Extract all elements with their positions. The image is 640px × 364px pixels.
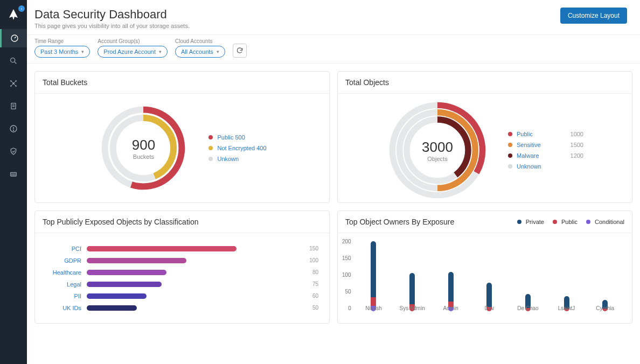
stack-segment[interactable]: [448, 272, 454, 302]
legend-item[interactable]: Public 1000: [508, 131, 583, 137]
card-title: Total Buckets: [35, 72, 329, 94]
stack-segment[interactable]: [409, 273, 415, 305]
account-groups-dropdown[interactable]: Prod Azure Account ▾: [98, 46, 168, 58]
legend-item[interactable]: Public: [553, 219, 578, 225]
legend-item[interactable]: Unkown: [208, 156, 266, 162]
barlist-label[interactable]: Healthcare: [43, 269, 81, 276]
legend-value: 1200: [564, 152, 583, 159]
filter-label: Account Group(s): [98, 38, 168, 44]
owner-label: Dev: [484, 305, 494, 311]
legend-label: Public 500: [217, 134, 245, 141]
barlist-bar[interactable]: [87, 282, 162, 287]
buckets-donut-chart: 900 Buckets: [98, 102, 189, 194]
objects-legend: Public 1000 Sensitive 1500 Malware 1200 …: [508, 131, 583, 170]
nav-policies[interactable]: [0, 97, 27, 115]
barlist-track: [87, 282, 295, 287]
barlist-label[interactable]: PII: [43, 293, 81, 299]
sidebar: ›: [0, 0, 27, 364]
nav-alerts[interactable]: [0, 120, 27, 138]
refresh-button[interactable]: [233, 44, 247, 58]
barlist-track: [87, 258, 295, 263]
barlist-label[interactable]: PCI: [43, 246, 81, 252]
classification-barlist: PCI 150 GDPR 100 Healthcare 80 Legal 75 …: [43, 246, 322, 311]
cloud-accounts-dropdown[interactable]: All Accounts ▾: [175, 46, 225, 58]
legend-item[interactable]: Public 500: [208, 134, 266, 141]
legend-item[interactable]: Conditional: [586, 219, 624, 225]
owner-column: Dev: [470, 237, 509, 311]
buckets-label: Buckets: [132, 153, 155, 160]
refresh-icon: [236, 47, 244, 54]
legend-item[interactable]: Private: [517, 219, 544, 225]
svg-line-9: [13, 81, 16, 83]
barlist-bar[interactable]: [87, 270, 166, 275]
nav-network[interactable]: [0, 74, 27, 93]
card-owners: Top Object Owners By Exposure PrivatePub…: [337, 211, 632, 324]
customize-layout-button[interactable]: Customize Layout: [560, 8, 627, 24]
app-logo: ›: [5, 6, 22, 23]
svg-point-1: [11, 58, 15, 62]
logo-badge-icon: ›: [18, 5, 25, 12]
filters-bar: Time Range Past 3 Months ▾ Account Group…: [27, 34, 640, 64]
stack-segment[interactable]: [486, 283, 492, 307]
time-range-dropdown[interactable]: Past 3 Months ▾: [34, 46, 90, 58]
legend-label: Public: [517, 131, 533, 137]
filter-value: All Accounts: [181, 48, 213, 55]
legend-dot-icon: [208, 157, 213, 161]
owners-yaxis: 200150100500: [342, 237, 354, 321]
owner-column: Nikesh: [354, 237, 393, 311]
page-subtitle: This page gives you visibility into all …: [34, 23, 190, 29]
barlist-bar[interactable]: [87, 305, 137, 311]
barlist-row: GDPR 100: [43, 257, 318, 264]
barlist-bar[interactable]: [87, 293, 147, 299]
legend-dot-icon: [508, 164, 512, 169]
svg-line-10: [11, 83, 13, 86]
barlist-value: 75: [300, 281, 318, 287]
barlist-value: 150: [300, 246, 318, 251]
page-title: Data Security Dashboard: [34, 8, 190, 22]
barlist-row: PCI 150: [43, 246, 318, 252]
barlist-label[interactable]: Legal: [43, 281, 81, 288]
card-total-buckets: Total Buckets: [34, 71, 330, 203]
barlist-track: [87, 246, 295, 251]
content-grid: Total Buckets: [27, 64, 640, 364]
alert-icon: [9, 124, 18, 133]
filter-label: Cloud Accounts: [175, 38, 225, 44]
nav-search[interactable]: [0, 52, 27, 70]
legend-item[interactable]: Unknown: [508, 163, 583, 170]
card-classification: Top Publicly Exposed Objects by Classifi…: [34, 211, 330, 324]
svg-point-17: [13, 130, 13, 130]
objects-label: Objects: [422, 156, 453, 162]
nav-inventory[interactable]: [0, 165, 27, 183]
owner-stack: [371, 241, 376, 311]
barlist-bar[interactable]: [87, 246, 236, 251]
main: Data Security Dashboard This page gives …: [27, 0, 640, 364]
owner-label: Admin: [443, 305, 458, 311]
owner-column: Cynthia: [586, 237, 624, 311]
owner-label: LsaintJ: [558, 305, 575, 311]
card-title: Total Objects: [338, 72, 632, 94]
barlist-label[interactable]: GDPR: [43, 257, 81, 264]
nav-dashboard[interactable]: [0, 29, 27, 47]
gauge-icon: [10, 34, 19, 43]
card-total-objects: Total Objects: [337, 71, 632, 203]
legend-item[interactable]: Not Encrypted 400: [208, 145, 266, 151]
legend-item[interactable]: Malware 1200: [508, 152, 583, 159]
nav-compliance[interactable]: [0, 142, 27, 160]
barlist-label[interactable]: UK IDs: [43, 305, 81, 311]
buckets-count: 900: [132, 137, 155, 153]
legend-dot-icon: [508, 143, 512, 147]
barlist-value: 60: [300, 293, 318, 299]
ytick: 100: [342, 272, 351, 278]
legend-label: Conditional: [595, 219, 624, 225]
card-title: Top Object Owners By Exposure: [345, 218, 454, 226]
legend-value: 1500: [564, 142, 583, 148]
legend-item[interactable]: Sensitive 1500: [508, 142, 583, 148]
ytick: 50: [342, 289, 351, 295]
owner-column: Sys Admin: [393, 237, 432, 311]
barlist-bar[interactable]: [87, 258, 186, 263]
filter-value: Prod Azure Account: [103, 48, 156, 55]
owner-label: Nikesh: [365, 305, 382, 311]
stack-segment[interactable]: [371, 241, 376, 297]
barlist-track: [87, 305, 295, 311]
stack-segment[interactable]: [371, 297, 376, 306]
